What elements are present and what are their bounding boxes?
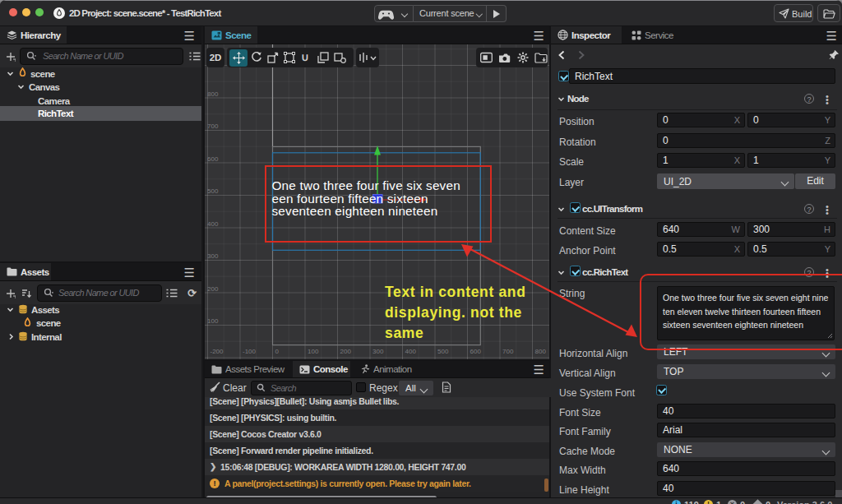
svg-text:100: 100 (308, 348, 319, 355)
svg-text:-200: -200 (210, 348, 224, 355)
svg-text:400: 400 (405, 348, 417, 355)
svg-text:800: 800 (207, 90, 219, 98)
svg-text:300: 300 (207, 252, 219, 260)
svg-text:500: 500 (207, 187, 219, 195)
svg-text:700: 700 (502, 348, 514, 355)
svg-text:0: 0 (275, 348, 280, 355)
svg-text:200: 200 (207, 285, 219, 293)
svg-text:700: 700 (207, 123, 219, 130)
svg-text:600: 600 (470, 348, 482, 355)
svg-text:400: 400 (207, 220, 219, 228)
svg-text:100: 100 (207, 317, 219, 325)
svg-text:200: 200 (340, 348, 352, 355)
svg-text:600: 600 (207, 155, 219, 163)
svg-text:300: 300 (372, 348, 384, 355)
svg-text:-100: -100 (243, 348, 257, 355)
svg-text:500: 500 (437, 348, 449, 355)
svg-text:800: 800 (535, 348, 547, 355)
